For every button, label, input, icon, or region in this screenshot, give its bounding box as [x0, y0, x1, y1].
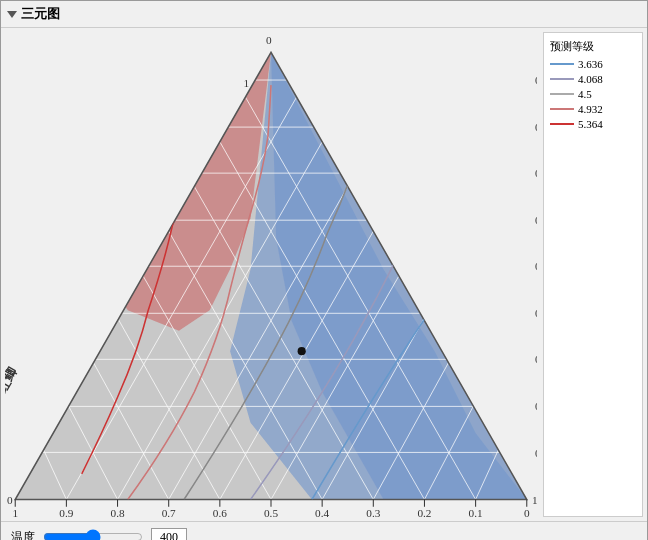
svg-text:1: 1: [12, 507, 18, 517]
legend-label-2: 4.068: [578, 73, 603, 85]
svg-text:0.2: 0.2: [417, 507, 431, 517]
svg-text:0: 0: [7, 494, 13, 506]
data-point: [298, 347, 306, 355]
svg-text:0.3: 0.3: [366, 507, 380, 517]
temperature-slider[interactable]: [43, 529, 143, 540]
legend-title: 预测等级: [550, 39, 636, 54]
legend-panel: 预测等级 3.636 4.068 4.5 4.932 5.364: [543, 32, 643, 517]
ternary-chart: 1 0.9 0.8 0.7 0.6 0.5 0.4 0.3 0.2 0.1 0 …: [5, 32, 537, 517]
svg-text:0.7: 0.7: [535, 353, 537, 365]
title-bar: 三元图: [1, 1, 647, 28]
svg-text:0.4: 0.4: [535, 214, 537, 226]
svg-text:0.8: 0.8: [535, 400, 537, 412]
bottom-axis-ticks: 1 0.9 0.8 0.7 0.6 0.5 0.4 0.3 0.2 0.1 0 …: [12, 499, 530, 516]
svg-text:0.6: 0.6: [535, 307, 537, 319]
legend-item-1: 3.636: [550, 58, 636, 70]
svg-text:0: 0: [524, 507, 530, 517]
legend-line-3: [550, 93, 574, 95]
legend-label-5: 5.364: [578, 118, 603, 130]
legend-item-2: 4.068: [550, 73, 636, 85]
collapse-arrow[interactable]: [7, 11, 17, 18]
svg-text:0.9: 0.9: [535, 447, 537, 459]
legend-label-4: 4.932: [578, 103, 603, 115]
svg-text:1: 1: [243, 77, 249, 89]
svg-text:0.7: 0.7: [162, 507, 176, 517]
svg-text:0.2: 0.2: [535, 121, 537, 133]
svg-text:0.4: 0.4: [315, 507, 329, 517]
svg-text:0.1: 0.1: [469, 507, 483, 517]
legend-item-3: 4.5: [550, 88, 636, 100]
bottom-bar: 温度 400: [1, 521, 647, 540]
svg-text:红鲫: 红鲫: [5, 365, 19, 396]
legend-line-4: [550, 108, 574, 110]
legend-item-4: 4.932: [550, 103, 636, 115]
temperature-label: 温度: [11, 529, 35, 540]
svg-text:1: 1: [532, 494, 537, 506]
svg-text:0.1: 0.1: [535, 74, 537, 86]
svg-text:0.6: 0.6: [213, 507, 227, 517]
svg-text:0.3: 0.3: [535, 167, 537, 179]
main-window: 三元图: [0, 0, 648, 540]
svg-text:0.5: 0.5: [264, 507, 278, 517]
legend-line-5: [550, 123, 574, 125]
main-content: 1 0.9 0.8 0.7 0.6 0.5 0.4 0.3 0.2 0.1 0 …: [1, 28, 647, 521]
slider-container: [43, 529, 143, 540]
svg-text:0.8: 0.8: [111, 507, 125, 517]
legend-label-1: 3.636: [578, 58, 603, 70]
svg-text:0.9: 0.9: [59, 507, 73, 517]
legend-item-5: 5.364: [550, 118, 636, 130]
window-title: 三元图: [21, 5, 60, 23]
legend-line-2: [550, 78, 574, 80]
svg-text:0: 0: [266, 34, 272, 46]
svg-text:0.5: 0.5: [535, 260, 537, 272]
legend-label-3: 4.5: [578, 88, 592, 100]
temperature-value: 400: [151, 528, 187, 540]
right-axis-ticks: 1 0.9 0.8 0.7 0.6 0.5 0.4 0.3 0.2 0.1 颇花…: [532, 74, 537, 505]
chart-area: 1 0.9 0.8 0.7 0.6 0.5 0.4 0.3 0.2 0.1 0 …: [5, 32, 537, 517]
legend-line-1: [550, 63, 574, 65]
ternary-container: 1 0.9 0.8 0.7 0.6 0.5 0.4 0.3 0.2 0.1 0 …: [5, 32, 537, 517]
